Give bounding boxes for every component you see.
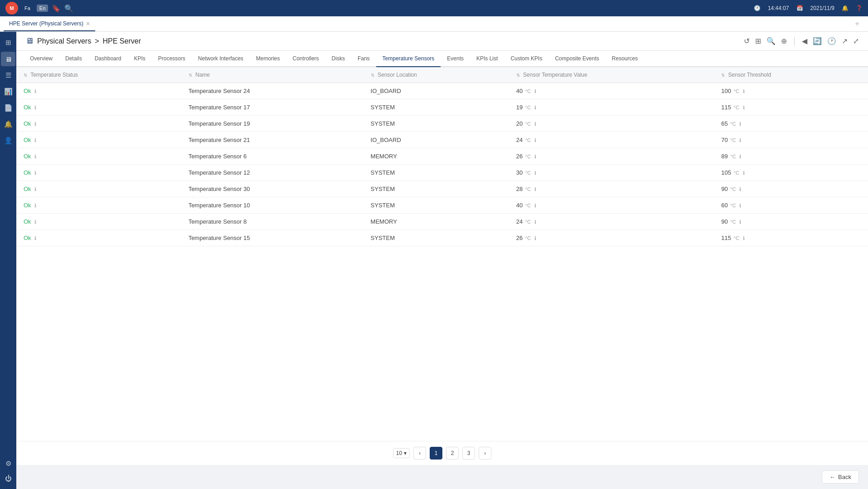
refresh-icon[interactable]: ↺ [744, 37, 750, 45]
col-header-value[interactable]: ⇅ Sensor Temperature Value [509, 67, 714, 83]
tab-kpis[interactable]: KPIs [127, 51, 151, 67]
sidebar-icon-servers[interactable]: 🖥 [1, 52, 15, 66]
threshold-info-icon-4[interactable]: ℹ [739, 154, 741, 159]
value-info-icon-1[interactable]: ℹ [534, 105, 536, 110]
tab-network-interfaces[interactable]: Network Interfaces [192, 51, 250, 67]
page-size-select[interactable]: 10 ▾ [393, 448, 410, 458]
status-info-icon-4[interactable]: ℹ [34, 154, 36, 159]
threshold-info-icon-6[interactable]: ℹ [739, 186, 741, 192]
threshold-info-icon-3[interactable]: ℹ [739, 137, 741, 143]
tab-kpis-list[interactable]: KPIs List [470, 51, 504, 67]
col-label-status: Temperature Status [30, 72, 78, 78]
lang-fa-btn[interactable]: Fa [22, 5, 33, 12]
value-info-icon-8[interactable]: ℹ [534, 219, 536, 225]
tab-hpe-server[interactable]: HPE Server (Physical Servers) × [4, 16, 95, 31]
bookmark-icon[interactable]: 🔖 [52, 4, 61, 13]
table-row: Ok ℹ Temperature Sensor 21 IO_BOARD 24 °… [16, 132, 868, 148]
bell-icon[interactable]: 🔔 [842, 5, 849, 11]
status-info-icon-7[interactable]: ℹ [34, 203, 36, 208]
page-header: 🖥 Physical Servers > HPE Server ↺ ⊞ 🔍 ⊕ … [16, 32, 868, 51]
back-nav-icon[interactable]: ◀ [802, 37, 807, 45]
value-info-icon-3[interactable]: ℹ [534, 137, 536, 143]
status-value-9: Ok [24, 235, 31, 241]
logo[interactable]: M [5, 2, 18, 15]
threshold-info-icon-8[interactable]: ℹ [739, 219, 741, 225]
col-header-status[interactable]: ⇅ Temperature Status [16, 67, 181, 83]
reload-icon[interactable]: 🔄 [813, 37, 822, 45]
status-info-icon-0[interactable]: ℹ [34, 88, 36, 94]
status-info-icon-1[interactable]: ℹ [34, 105, 36, 110]
tab-processors[interactable]: Processors [152, 51, 192, 67]
sidebar-icon-power[interactable]: ⏻ [1, 471, 15, 485]
tab-memories[interactable]: Memories [250, 51, 286, 67]
fullscreen-icon[interactable]: ⤢ [853, 37, 859, 45]
status-info-icon-6[interactable]: ℹ [34, 186, 36, 192]
tab-details[interactable]: Details [59, 51, 88, 67]
status-info-icon-8[interactable]: ℹ [34, 219, 36, 225]
sensor-name-4: Temperature Sensor 6 [189, 153, 247, 160]
value-info-icon-2[interactable]: ℹ [534, 121, 536, 127]
next-page-btn[interactable]: › [479, 447, 491, 460]
share-icon[interactable]: ↗ [842, 37, 848, 45]
sidebar-icon-grid[interactable]: ⊞ [1, 35, 15, 50]
cell-value-8: 24 °C ℹ [509, 214, 714, 230]
clock-action-icon[interactable]: 🕐 [827, 37, 836, 45]
tab-custom-kpis[interactable]: Custom KPIs [504, 51, 548, 67]
lang-en-btn[interactable]: En [37, 5, 48, 12]
help-icon[interactable]: ❓ [856, 5, 863, 11]
threshold-info-icon-5[interactable]: ℹ [743, 170, 745, 176]
top-bar: M Fa En 🔖 🔍 🕐 14:44:07 📅 2021/11/9 🔔 ❓ [0, 0, 868, 16]
cell-name-1: Temperature Sensor 17 [181, 99, 364, 116]
threshold-info-icon-7[interactable]: ℹ [739, 203, 741, 208]
status-info-icon-2[interactable]: ℹ [34, 121, 36, 127]
sidebar-icon-gear[interactable]: ⚙ [1, 456, 15, 471]
sensor-unit-3: °C [525, 137, 531, 143]
back-button[interactable]: ← Back [822, 470, 859, 484]
value-info-icon-0[interactable]: ℹ [534, 88, 536, 94]
col-header-threshold[interactable]: ⇅ Sensor Threshold [714, 67, 868, 83]
page-3-btn[interactable]: 3 [462, 447, 475, 460]
threshold-info-icon-9[interactable]: ℹ [743, 235, 745, 241]
value-info-icon-6[interactable]: ℹ [534, 186, 536, 192]
sidebar-icon-bell[interactable]: 🔔 [1, 117, 15, 132]
sidebar-icon-file[interactable]: 📄 [1, 101, 15, 115]
tab-overview[interactable]: Overview [24, 51, 59, 67]
sidebar-icon-list[interactable]: ☰ [1, 68, 15, 83]
value-info-icon-7[interactable]: ℹ [534, 203, 536, 208]
status-info-icon-5[interactable]: ℹ [34, 170, 36, 176]
col-header-location[interactable]: ⇅ Sensor Location [364, 67, 509, 83]
pagination-bar: 10 ▾ ‹ 1 2 3 › [16, 441, 868, 465]
page-2-btn[interactable]: 2 [446, 447, 459, 460]
status-info-icon-9[interactable]: ℹ [34, 235, 36, 241]
tab-temperature-sensors[interactable]: Temperature Sensors [376, 51, 441, 67]
threshold-info-icon-1[interactable]: ℹ [743, 105, 745, 110]
tab-dashboard[interactable]: Dashboard [88, 51, 128, 67]
cell-threshold-5: 105 °C ℹ [714, 165, 868, 181]
columns-icon[interactable]: ⊞ [755, 37, 761, 45]
tab-composite-events[interactable]: Composite Events [548, 51, 605, 67]
prev-page-btn[interactable]: ‹ [413, 447, 426, 460]
search-icon[interactable]: 🔍 [64, 4, 73, 13]
threshold-info-icon-2[interactable]: ℹ [739, 121, 741, 127]
new-tab-btn[interactable]: ＋ [850, 19, 864, 29]
tab-disks[interactable]: Disks [325, 51, 351, 67]
sidebar-icon-person[interactable]: 👤 [1, 133, 15, 148]
threshold-info-icon-0[interactable]: ℹ [743, 88, 745, 94]
value-info-icon-4[interactable]: ℹ [534, 154, 536, 159]
sidebar-icon-monitor[interactable]: 📊 [1, 84, 15, 99]
value-info-icon-9[interactable]: ℹ [534, 235, 536, 241]
col-header-name[interactable]: ⇅ Name [181, 67, 364, 83]
status-info-icon-3[interactable]: ℹ [34, 137, 36, 143]
tab-fans[interactable]: Fans [351, 51, 376, 67]
page-1-btn[interactable]: 1 [430, 447, 442, 460]
tab-resources[interactable]: Resources [606, 51, 644, 67]
main-layout: ⊞ 🖥 ☰ 📊 📄 🔔 👤 ⚙ ⏻ 🖥 Physical Servers > H… [0, 32, 868, 489]
zoom-icon[interactable]: ⊕ [781, 37, 787, 45]
search-action-icon[interactable]: 🔍 [766, 37, 776, 45]
tab-controllers[interactable]: Controllers [286, 51, 325, 67]
value-info-icon-5[interactable]: ℹ [534, 170, 536, 176]
threshold-unit-1: °C [734, 105, 739, 110]
tab-close-btn[interactable]: × [86, 20, 90, 27]
tab-events[interactable]: Events [441, 51, 470, 67]
sidebar: ⊞ 🖥 ☰ 📊 📄 🔔 👤 ⚙ ⏻ [0, 32, 16, 489]
